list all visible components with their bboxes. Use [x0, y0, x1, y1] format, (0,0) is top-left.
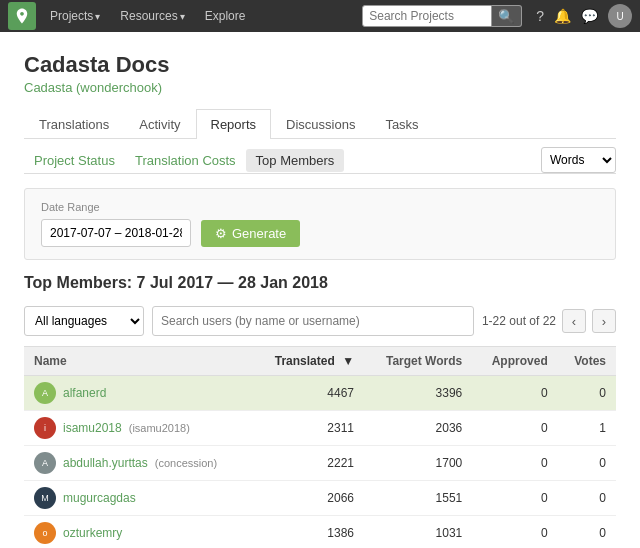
- generate-button[interactable]: ⚙ Generate: [201, 220, 300, 247]
- pagination-info: 1-22 out of 22 ‹ ›: [482, 309, 616, 333]
- col-translated[interactable]: Translated ▼: [252, 347, 364, 376]
- translated-cell: 1386: [252, 516, 364, 549]
- search-bar: 🔍: [362, 5, 522, 27]
- search-input[interactable]: [362, 5, 492, 27]
- target-words-cell: 1551: [364, 481, 472, 516]
- col-target-words: Target Words: [364, 347, 472, 376]
- main-tabs: Translations Activity Reports Discussion…: [24, 109, 616, 139]
- user-cell: A alfanerd: [34, 382, 242, 404]
- user-cell: M mugurcagdas: [34, 487, 242, 509]
- resources-chevron-icon: ▾: [180, 11, 185, 22]
- language-select[interactable]: All languages: [24, 306, 144, 336]
- user-avatar[interactable]: U: [608, 4, 632, 28]
- project-title: Cadasta Docs: [24, 52, 616, 78]
- votes-cell: 0: [558, 446, 616, 481]
- table-row: o ozturkemry 1386103100: [24, 516, 616, 549]
- user-search-input[interactable]: [152, 306, 474, 336]
- name-cell: o ozturkemry: [24, 516, 252, 549]
- projects-chevron-icon: ▾: [95, 11, 100, 22]
- help-icon[interactable]: ?: [536, 8, 544, 24]
- members-table: Name Translated ▼ Target Words Approved …: [24, 346, 616, 548]
- approved-cell: 0: [472, 446, 557, 481]
- target-words-cell: 3396: [364, 376, 472, 411]
- user-avatar: A: [34, 382, 56, 404]
- topnav-icons: ? 🔔 💬 U: [536, 4, 632, 28]
- search-button[interactable]: 🔍: [492, 5, 522, 27]
- user-name-link[interactable]: ozturkemry: [63, 526, 122, 540]
- tab-activity[interactable]: Activity: [124, 109, 195, 139]
- user-cell: o ozturkemry: [34, 522, 242, 544]
- subtab-translation-costs[interactable]: Translation Costs: [125, 149, 246, 172]
- target-words-cell: 1700: [364, 446, 472, 481]
- explore-link[interactable]: Explore: [199, 9, 252, 23]
- tab-discussions[interactable]: Discussions: [271, 109, 370, 139]
- subtab-project-status[interactable]: Project Status: [24, 149, 125, 172]
- user-cell: A abdullah.yurttas (concession): [34, 452, 242, 474]
- user-cell: i isamu2018 (isamu2018): [34, 417, 242, 439]
- prev-page-button[interactable]: ‹: [562, 309, 586, 333]
- filter-section: Date Range ⚙ Generate: [24, 188, 616, 260]
- user-name-link[interactable]: alfanerd: [63, 386, 106, 400]
- tab-tasks[interactable]: Tasks: [370, 109, 433, 139]
- user-alias: (concession): [155, 457, 217, 469]
- col-approved: Approved: [472, 347, 557, 376]
- table-row: A alfanerd 4467339600: [24, 376, 616, 411]
- sort-arrow-icon: ▼: [342, 354, 354, 368]
- messages-icon[interactable]: 💬: [581, 8, 598, 24]
- translated-cell: 2311: [252, 411, 364, 446]
- votes-cell: 0: [558, 516, 616, 549]
- filter-row: ⚙ Generate: [41, 219, 599, 247]
- controls-row: All languages 1-22 out of 22 ‹ ›: [24, 306, 616, 336]
- user-avatar: o: [34, 522, 56, 544]
- site-logo[interactable]: [8, 2, 36, 30]
- name-cell: i isamu2018 (isamu2018): [24, 411, 252, 446]
- tab-translations[interactable]: Translations: [24, 109, 124, 139]
- approved-cell: 0: [472, 481, 557, 516]
- notifications-icon[interactable]: 🔔: [554, 8, 571, 24]
- translated-cell: 2221: [252, 446, 364, 481]
- resources-menu[interactable]: Resources ▾: [114, 9, 190, 23]
- name-cell: A abdullah.yurttas (concession): [24, 446, 252, 481]
- date-range-label: Date Range: [41, 201, 599, 213]
- projects-menu[interactable]: Projects ▾: [44, 9, 106, 23]
- name-cell: M mugurcagdas: [24, 481, 252, 516]
- subtab-row: Project Status Translation Costs Top Mem…: [24, 139, 616, 174]
- generate-icon: ⚙: [215, 226, 227, 241]
- user-name-link[interactable]: isamu2018: [63, 421, 122, 435]
- project-subtitle[interactable]: Cadasta (wonderchook): [24, 80, 616, 95]
- table-row: A abdullah.yurttas (concession) 22211700…: [24, 446, 616, 481]
- name-cell: A alfanerd: [24, 376, 252, 411]
- topnav: Projects ▾ Resources ▾ Explore 🔍 ? 🔔 💬 U: [0, 0, 640, 32]
- approved-cell: 0: [472, 516, 557, 549]
- user-alias: (isamu2018): [129, 422, 190, 434]
- target-words-cell: 1031: [364, 516, 472, 549]
- section-heading: Top Members: 7 Jul 2017 — 28 Jan 2018: [24, 274, 616, 292]
- col-votes: Votes: [558, 347, 616, 376]
- table-row: M mugurcagdas 2066155100: [24, 481, 616, 516]
- user-avatar: i: [34, 417, 56, 439]
- next-page-button[interactable]: ›: [592, 309, 616, 333]
- translated-cell: 2066: [252, 481, 364, 516]
- col-name: Name: [24, 347, 252, 376]
- votes-cell: 1: [558, 411, 616, 446]
- user-avatar: M: [34, 487, 56, 509]
- target-words-cell: 2036: [364, 411, 472, 446]
- approved-cell: 0: [472, 411, 557, 446]
- words-select[interactable]: Words Phrases: [541, 147, 616, 173]
- user-name-link[interactable]: abdullah.yurttas: [63, 456, 148, 470]
- words-select-wrapper: Words Phrases: [541, 147, 616, 173]
- votes-cell: 0: [558, 376, 616, 411]
- user-name-link[interactable]: mugurcagdas: [63, 491, 136, 505]
- votes-cell: 0: [558, 481, 616, 516]
- page-content: Cadasta Docs Cadasta (wonderchook) Trans…: [0, 32, 640, 548]
- approved-cell: 0: [472, 376, 557, 411]
- tab-reports[interactable]: Reports: [196, 109, 272, 139]
- translated-cell: 4467: [252, 376, 364, 411]
- subtab-top-members[interactable]: Top Members: [246, 149, 345, 172]
- date-range-input[interactable]: [41, 219, 191, 247]
- table-row: i isamu2018 (isamu2018) 2311203601: [24, 411, 616, 446]
- user-avatar: A: [34, 452, 56, 474]
